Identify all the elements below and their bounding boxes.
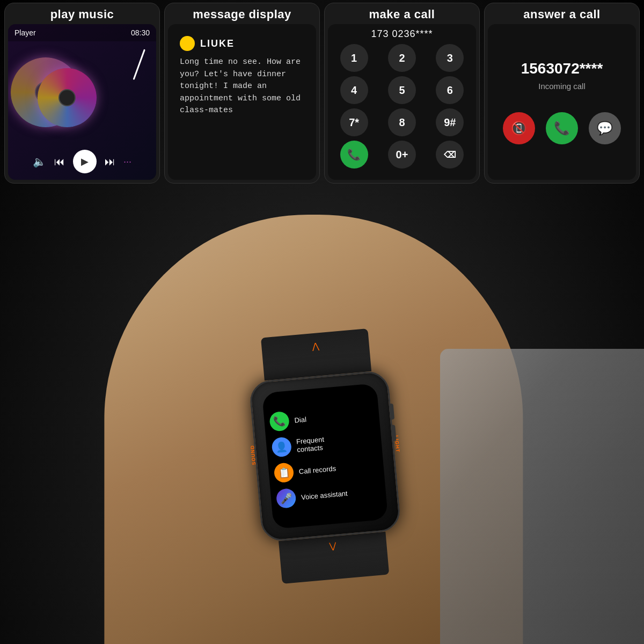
watch-screen: 📞 Dial 👤 Frequentcontacts 📋 Call records… [262, 383, 388, 529]
message-display-title: message display [165, 3, 319, 24]
music-time: 08:30 [131, 28, 150, 37]
records-label: Call records [298, 464, 336, 475]
more-icon[interactable]: ··· [123, 156, 131, 167]
key-0plus[interactable]: 0+ [388, 141, 416, 169]
frequent-label: Frequentcontacts [296, 435, 325, 453]
vinyl-record-2 [38, 68, 97, 127]
message-text: Long time no see. How are you? Let's hav… [180, 56, 304, 117]
dial-label: Dial [294, 415, 307, 424]
frequent-icon: 👤 [271, 436, 292, 457]
incoming-label: Incoming call [538, 82, 586, 91]
key-2[interactable]: 2 [388, 44, 416, 72]
watch-menu-frequent[interactable]: 👤 Frequentcontacts [271, 429, 376, 458]
dial-number: 173 0236**** [332, 28, 472, 40]
watch-side-button-1[interactable] [389, 404, 395, 420]
watch-menu-records[interactable]: 📋 Call records [273, 455, 378, 484]
key-delete[interactable]: ⌫ [436, 141, 464, 169]
music-top-bar: Player 08:30 [8, 24, 156, 41]
prev-icon[interactable]: ⏮ [54, 156, 65, 168]
make-call-panel: make a call 173 0236**** 1 2 3 4 5 6 7* … [324, 3, 480, 184]
play-music-panel: play music Player 08:30 [4, 3, 160, 184]
watch-container: ⋀ SOUND LIGHT 📞 Dial 👤 Frequentcontacts … [239, 327, 411, 586]
watch-case: SOUND LIGHT 📞 Dial 👤 Frequentcontacts 📋 … [248, 370, 401, 543]
message-header: LIUKE [180, 36, 304, 51]
voice-label: Voice assistant [301, 489, 348, 501]
watch-menu-voice[interactable]: 🎤 Voice assistant [276, 480, 381, 509]
key-1[interactable]: 1 [340, 44, 368, 72]
records-icon: 📋 [273, 462, 294, 483]
message-content: LIUKE Long time no see. How are you? Let… [168, 24, 316, 180]
top-panels: play music Player 08:30 [0, 0, 644, 186]
voice-icon: 🎤 [276, 488, 297, 509]
key-7star[interactable]: 7* [340, 108, 368, 136]
answer-call-title: answer a call [485, 3, 639, 24]
make-call-title: make a call [325, 3, 479, 24]
answer-call-button[interactable]: 📞 [546, 112, 578, 144]
key-6[interactable]: 6 [436, 76, 464, 104]
watch-menu-dial[interactable]: 📞 Dial [269, 404, 374, 432]
contact-name: LIUKE [200, 38, 235, 49]
call-action-buttons: 📵 📞 💬 [503, 112, 621, 144]
vinyl-area [8, 41, 156, 149]
music-player-label: Player [14, 28, 36, 37]
play-button[interactable]: ▶ [73, 150, 97, 173]
key-9hash[interactable]: 9# [436, 108, 464, 136]
sleeve-bg [440, 349, 644, 644]
music-controls: 🔈 ⏮ ▶ ⏭ ··· [8, 150, 156, 173]
next-icon[interactable]: ⏭ [105, 156, 115, 168]
message-reply-button[interactable]: 💬 [589, 112, 621, 144]
watch-label-sound: SOUND [250, 445, 257, 465]
incoming-number: 1563072**** [521, 60, 603, 77]
keypad: 1 2 3 4 5 6 7* 8 9# 📞 0+ ⌫ [332, 44, 472, 169]
vinyl-needle [133, 49, 145, 79]
dialpad-content: 173 0236**** 1 2 3 4 5 6 7* 8 9# 📞 0+ ⌫ [328, 24, 476, 180]
key-call[interactable]: 📞 [340, 141, 368, 169]
play-music-title: play music [5, 3, 159, 24]
key-3[interactable]: 3 [436, 44, 464, 72]
key-4[interactable]: 4 [340, 76, 368, 104]
message-display-panel: message display LIUKE Long time no see. … [164, 3, 320, 184]
dial-icon: 📞 [269, 411, 290, 432]
contact-avatar [180, 36, 195, 51]
message-inner: LIUKE Long time no see. How are you? Let… [173, 30, 311, 123]
key-5[interactable]: 5 [388, 76, 416, 104]
decline-call-button[interactable]: 📵 [503, 112, 535, 144]
watch-side-button-2[interactable] [391, 425, 397, 441]
answer-inner: 1563072**** Incoming call 📵 📞 💬 [492, 35, 632, 169]
music-screen-container: Player 08:30 🔈 ⏮ ▶ ⏭ [8, 24, 156, 180]
volume-icon[interactable]: 🔈 [33, 155, 46, 168]
vinyl-inner-2 [58, 89, 76, 106]
answer-call-panel: answer a call 1563072**** Incoming call … [484, 3, 640, 184]
key-8[interactable]: 8 [388, 108, 416, 136]
music-screen: Player 08:30 🔈 ⏮ ▶ ⏭ [8, 24, 156, 180]
answer-content: 1563072**** Incoming call 📵 📞 💬 [488, 24, 636, 180]
